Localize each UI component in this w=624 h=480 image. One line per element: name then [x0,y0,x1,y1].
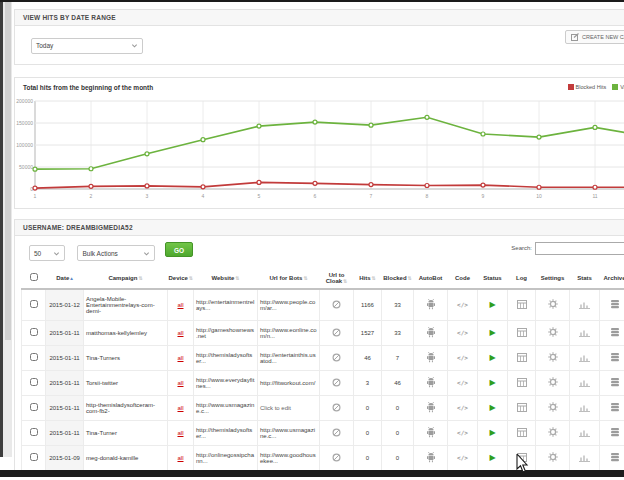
bots-url: http://entertainthis.usatod... [260,352,316,364]
column-label: Date [56,275,69,281]
status-play-icon[interactable]: ▶ [489,378,495,387]
column-header-campaign[interactable]: Campaign⇅ [84,268,168,289]
username-panel-title: USERNAME: DREAMBIGMEDIA52 [15,220,624,236]
archive-icon[interactable] [610,452,620,462]
archive-icon[interactable] [610,327,620,337]
code-icon[interactable]: </> [457,354,468,361]
archive-icon[interactable] [610,377,620,387]
log-icon[interactable] [517,353,527,362]
cloak-disabled-icon[interactable] [332,353,341,362]
code-icon[interactable]: </> [457,329,468,336]
url-to-cloak-cell [320,395,354,420]
android-icon[interactable] [426,377,436,388]
code-icon[interactable]: </> [457,429,468,436]
bulk-actions-select[interactable]: Bulk Actions [77,245,155,261]
row-checkbox[interactable] [30,453,38,461]
column-header-website[interactable]: Website⇅ [194,268,258,289]
device-link[interactable]: all [177,405,183,411]
archive-icon[interactable] [610,427,620,437]
log-icon[interactable] [517,328,527,337]
gear-icon[interactable] [548,427,558,437]
cloak-disabled-icon[interactable] [332,300,341,309]
column-header-device[interactable]: Device⇅ [168,268,194,289]
row-checkbox[interactable] [30,428,38,436]
log-cell [508,345,536,370]
android-icon[interactable] [426,402,436,413]
code-icon[interactable]: </> [457,454,468,461]
archive-icon[interactable] [610,402,620,412]
gear-icon[interactable] [548,377,558,387]
legend-item: Blocked Hits [568,84,607,90]
code-icon[interactable]: </> [457,404,468,411]
log-icon[interactable] [517,428,527,437]
android-icon[interactable] [426,427,436,438]
log-icon[interactable] [517,378,527,387]
log-icon[interactable] [517,403,527,412]
go-button[interactable]: GO [165,242,193,257]
gear-icon[interactable] [548,352,558,362]
cloak-disabled-icon[interactable] [332,328,341,337]
cloak-disabled-icon[interactable] [332,428,341,437]
column-header-date[interactable]: Date▴ [46,268,84,289]
code-icon[interactable]: </> [457,379,468,386]
device-link[interactable]: all [177,330,183,336]
gear-icon[interactable] [548,402,558,412]
bots-url: http://fitworkout.com/ [260,380,315,386]
code-icon[interactable]: </> [457,301,468,308]
status-play-icon[interactable]: ▶ [489,428,495,437]
gear-icon[interactable] [548,452,558,462]
column-header-url_to_cloak[interactable]: Url to Cloak⇅ [320,268,354,289]
cloak-disabled-icon[interactable] [332,453,341,462]
device-link[interactable]: all [177,430,183,436]
status-play-icon[interactable]: ▶ [489,453,495,462]
log-icon[interactable] [517,300,527,309]
archive-icon[interactable] [610,299,620,309]
row-checkbox[interactable] [30,328,38,336]
device-link[interactable]: all [177,302,183,308]
left-scrollbar[interactable] [0,0,12,457]
row-checkbox[interactable] [30,403,38,411]
bar-chart-icon[interactable] [579,328,590,337]
svg-text:7: 7 [370,193,373,199]
column-header-url_for_bots[interactable]: Url for Bots⇅ [258,268,320,289]
android-icon[interactable] [426,299,436,310]
bar-chart-icon[interactable] [579,453,590,462]
status-play-icon[interactable]: ▶ [489,403,495,412]
cloak-disabled-icon[interactable] [332,403,341,412]
bar-chart-icon[interactable] [579,353,590,362]
date-cell: 2015-01-11 [46,370,84,395]
android-icon[interactable] [426,327,436,338]
bar-chart-icon[interactable] [579,428,590,437]
bar-chart-icon[interactable] [579,403,590,412]
row-checkbox[interactable] [30,300,38,308]
column-label: Hits [359,275,370,281]
device-cell: all [168,395,194,420]
scrollbar-thumb[interactable] [5,2,11,340]
row-checkbox[interactable] [30,378,38,386]
page-size-select[interactable]: 50 [29,245,65,261]
device-link[interactable]: all [177,355,183,361]
archive-icon[interactable] [610,352,620,362]
android-icon[interactable] [426,352,436,363]
create-campaign-button[interactable]: CREATE NEW CAMPAIGN [565,30,624,44]
status-play-icon[interactable]: ▶ [489,353,495,362]
gear-icon[interactable] [548,327,558,337]
search-input[interactable] [535,242,624,255]
cloak-disabled-icon[interactable] [332,378,341,387]
device-link[interactable]: all [177,380,183,386]
click-to-edit-link[interactable]: Click to edit [260,405,291,411]
bots-url: http://www.goodhousekee... [260,452,316,464]
column-header-blocked[interactable]: Blocked⇅ [382,268,414,289]
date-range-select[interactable]: Today [31,38,143,54]
column-header-hits[interactable]: Hits⇅ [354,268,382,289]
status-play-icon[interactable]: ▶ [489,328,495,337]
column-label: Campaign [108,275,137,281]
device-link[interactable]: all [177,455,183,461]
android-icon[interactable] [426,452,436,463]
status-play-icon[interactable]: ▶ [489,300,495,309]
bar-chart-icon[interactable] [579,378,590,387]
bar-chart-icon[interactable] [579,300,590,309]
row-checkbox[interactable] [30,353,38,361]
select-all-checkbox[interactable] [30,273,38,281]
gear-icon[interactable] [548,299,558,309]
